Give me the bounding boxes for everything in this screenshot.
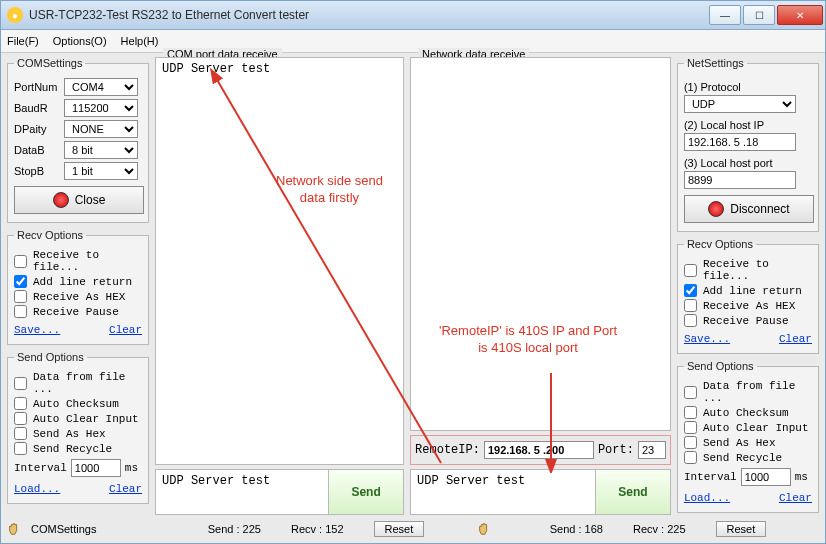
portnum-select[interactable]: COM4 (64, 78, 138, 96)
recv-options-legend-r: Recv Options (684, 238, 756, 250)
reset-left-button[interactable]: Reset (374, 521, 425, 537)
recv-as-hex-r[interactable]: Receive As HEX (684, 299, 812, 312)
recv-save-link[interactable]: Save... (14, 324, 60, 336)
interval-unit-r: ms (795, 471, 808, 483)
app-window: ● USR-TCP232-Test RS232 to Ethernet Conv… (0, 0, 826, 544)
interval-label-r: Interval (684, 471, 737, 483)
net-receive-box[interactable] (410, 57, 671, 431)
window-title: USR-TCP232-Test RS232 to Ethernet Conver… (29, 8, 707, 22)
com-settings-legend: COMSettings (14, 57, 85, 69)
remote-ip-input[interactable] (484, 441, 594, 459)
local-ip-label: (2) Local host IP (684, 119, 812, 131)
app-icon: ● (7, 7, 23, 23)
net-send-area: Send (410, 469, 671, 515)
send-options-right: Send Options Data from file ... Auto Che… (677, 360, 819, 513)
net-disconnect-button[interactable]: Disconnect (684, 195, 814, 223)
recv-save-link-r[interactable]: Save... (684, 333, 730, 345)
right-column: NetSettings (1) Protocol UDP (2) Local h… (677, 57, 819, 515)
net-settings-legend: NetSettings (684, 57, 747, 69)
window-buttons: — ☐ ✕ (707, 5, 823, 25)
recv-pause-r[interactable]: Receive Pause (684, 314, 812, 327)
auto-clear-r[interactable]: Auto Clear Input (684, 421, 812, 434)
titlebar: ● USR-TCP232-Test RS232 to Ethernet Conv… (1, 1, 825, 30)
record-icon (708, 201, 724, 217)
local-ip-input[interactable] (684, 133, 796, 151)
net-send-input[interactable] (411, 470, 595, 514)
status-strip: COMSettings Send : 225 Recv : 152 Reset … (7, 519, 819, 539)
remote-ip-row: RemoteIP: Port: (410, 435, 671, 465)
stopbits-select[interactable]: 1 bit (64, 162, 138, 180)
remote-port-input[interactable] (638, 441, 666, 459)
com-receive-box[interactable]: UDP Server test (155, 57, 404, 465)
com-close-button[interactable]: Close (14, 186, 144, 214)
recv-to-file-r[interactable]: Receive to file... (684, 258, 812, 282)
interval-input[interactable] (71, 459, 121, 477)
interval-unit: ms (125, 462, 138, 474)
net-settings-group: NetSettings (1) Protocol UDP (2) Local h… (677, 57, 819, 232)
remote-port-label: Port: (598, 443, 634, 457)
data-from-file[interactable]: Data from file ... (14, 371, 142, 395)
send-load-link-r[interactable]: Load... (684, 492, 730, 504)
baud-label: BaudR (14, 102, 64, 114)
recv-clear-link[interactable]: Clear (109, 324, 142, 336)
recv-to-file[interactable]: Receive to file... (14, 249, 142, 273)
databits-select[interactable]: 8 bit (64, 141, 138, 159)
com-send-area: Send (155, 469, 404, 515)
protocol-label: (1) Protocol (684, 81, 812, 93)
baud-select[interactable]: 115200 (64, 99, 138, 117)
menu-file[interactable]: File(F) (7, 35, 39, 47)
reset-right-button[interactable]: Reset (716, 521, 767, 537)
auto-checksum-r[interactable]: Auto Checksum (684, 406, 812, 419)
recv-clear-link-r[interactable]: Clear (779, 333, 812, 345)
auto-clear[interactable]: Auto Clear Input (14, 412, 142, 425)
interval-label: Interval (14, 462, 67, 474)
send-as-hex-r[interactable]: Send As Hex (684, 436, 812, 449)
annotation-text-2: 'RemoteIP' is 410S IP and Port is 410S l… (439, 323, 617, 357)
add-line-return-r[interactable]: Add line return (684, 284, 812, 297)
send-options-left: Send Options Data from file ... Auto Che… (7, 351, 149, 504)
hand-icon (477, 522, 491, 536)
menubar: File(F) Options(O) Help(H) (1, 30, 825, 53)
interval-input-r[interactable] (741, 468, 791, 486)
send-recycle-r[interactable]: Send Recycle (684, 451, 812, 464)
close-button[interactable]: ✕ (777, 5, 823, 25)
status-left-send: Send : 225 (208, 523, 261, 535)
com-receive-content: UDP Server test (162, 62, 270, 76)
add-line-return[interactable]: Add line return (14, 275, 142, 288)
send-load-link[interactable]: Load... (14, 483, 60, 495)
send-recycle[interactable]: Send Recycle (14, 442, 142, 455)
recv-options-left: Recv Options Receive to file... Add line… (7, 229, 149, 345)
portnum-label: PortNum (14, 81, 64, 93)
remote-ip-label: RemoteIP: (415, 443, 480, 457)
com-send-button[interactable]: Send (328, 470, 403, 514)
com-send-input[interactable] (156, 470, 328, 514)
send-options-legend: Send Options (14, 351, 87, 363)
send-options-legend-r: Send Options (684, 360, 757, 372)
auto-checksum[interactable]: Auto Checksum (14, 397, 142, 410)
com-close-label: Close (75, 193, 106, 207)
com-pane: COM port data receive UDP Server test Se… (155, 57, 404, 515)
send-as-hex[interactable]: Send As Hex (14, 427, 142, 440)
net-send-button[interactable]: Send (595, 470, 670, 514)
hand-icon (7, 522, 21, 536)
minimize-button[interactable]: — (709, 5, 741, 25)
send-clear-link[interactable]: Clear (109, 483, 142, 495)
protocol-select[interactable]: UDP (684, 95, 796, 113)
menu-help[interactable]: Help(H) (121, 35, 159, 47)
annotation-text-1: Network side send data firstly (276, 173, 383, 207)
send-clear-link-r[interactable]: Clear (779, 492, 812, 504)
recv-as-hex[interactable]: Receive As HEX (14, 290, 142, 303)
status-right-recv: Recv : 225 (633, 523, 686, 535)
menu-options[interactable]: Options(O) (53, 35, 107, 47)
maximize-button[interactable]: ☐ (743, 5, 775, 25)
parity-select[interactable]: NONE (64, 120, 138, 138)
com-settings-group: COMSettings PortNumCOM4 BaudR115200 DPai… (7, 57, 149, 223)
data-from-file-r[interactable]: Data from file ... (684, 380, 812, 404)
local-port-input[interactable] (684, 171, 796, 189)
net-disconnect-label: Disconnect (730, 202, 789, 216)
local-port-label: (3) Local host port (684, 157, 812, 169)
parity-label: DPaity (14, 123, 64, 135)
databits-label: DataB (14, 144, 64, 156)
recv-pause[interactable]: Receive Pause (14, 305, 142, 318)
body: COMSettings PortNumCOM4 BaudR115200 DPai… (1, 53, 825, 543)
